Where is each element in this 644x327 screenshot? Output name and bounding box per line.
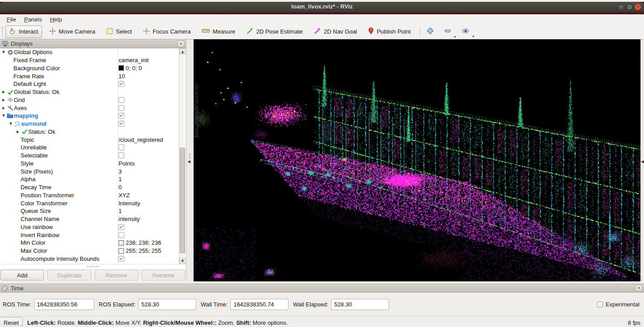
property-value[interactable]: 0 bbox=[119, 183, 122, 191]
tree-row-global-options[interactable]: ▼Global Options bbox=[0, 48, 186, 56]
displays-panel-header[interactable]: Displays ✕ bbox=[0, 39, 186, 48]
expander-closed-icon[interactable]: ▶ bbox=[1, 90, 6, 94]
tree-row-axes[interactable]: ▶Axes bbox=[0, 104, 186, 112]
field-input[interactable] bbox=[230, 299, 288, 310]
displays-close-button[interactable]: ✕ bbox=[178, 41, 184, 47]
menu-file[interactable]: File bbox=[3, 15, 20, 24]
maximize-button[interactable]: □ bbox=[626, 4, 633, 10]
property-value[interactable]: 0; 0; 0 bbox=[119, 64, 142, 72]
expander-closed-icon[interactable]: ▶ bbox=[1, 98, 6, 102]
tool-interact[interactable]: Interact bbox=[5, 25, 42, 38]
tool-measure[interactable]: Measure bbox=[198, 26, 239, 37]
property-value[interactable] bbox=[119, 152, 124, 160]
tree-row-global-status-ok[interactable]: ▶Global Status: Ok bbox=[0, 88, 186, 96]
tree-row-color-transformer[interactable]: Color TransformerIntensity bbox=[0, 199, 186, 207]
collapse-left-icon[interactable]: ◀ bbox=[187, 159, 191, 164]
tool-2d-nav-goal[interactable]: 2D Nav Goal bbox=[310, 25, 361, 38]
tree-row-position-transformer[interactable]: Position TransformerXYZ bbox=[0, 191, 186, 200]
property-value[interactable]: Intensity bbox=[119, 199, 140, 207]
titlebar[interactable]: loam_livox.rviz* - RViz ─ □ ✕ bbox=[0, 2, 644, 13]
tree-row-mapping[interactable]: ▼mapping✓ bbox=[0, 112, 186, 120]
pointcloud-canvas[interactable] bbox=[194, 39, 640, 281]
field-input[interactable] bbox=[138, 299, 196, 310]
checkbox-checked[interactable]: ✓ bbox=[119, 256, 124, 262]
expander-open-icon[interactable]: ▼ bbox=[1, 50, 6, 54]
right-splitter[interactable]: ◀ bbox=[640, 39, 644, 281]
color-swatch[interactable] bbox=[119, 248, 124, 254]
minus-tool-button[interactable]: ▾ bbox=[441, 25, 454, 38]
property-value[interactable]: ✓ bbox=[119, 80, 124, 88]
property-value[interactable]: Points bbox=[119, 160, 135, 168]
property-value[interactable]: 0 bbox=[119, 263, 122, 264]
tree-row-max-color[interactable]: Max Color255; 255; 255 bbox=[0, 247, 186, 255]
tree-row-alpha[interactable]: Alpha1 bbox=[0, 175, 186, 183]
tool-focus-camera[interactable]: Focus Camera bbox=[139, 25, 195, 38]
tree-row-surround[interactable]: ▼surround✓ bbox=[0, 120, 186, 128]
tree-row-unreliable[interactable]: Unreliable bbox=[0, 144, 186, 152]
property-value[interactable]: /cloud_registered bbox=[119, 136, 163, 144]
tree-row-selectable[interactable]: Selectable bbox=[0, 152, 186, 160]
tree-row-grid[interactable]: ▶Grid bbox=[0, 96, 186, 104]
field-input[interactable] bbox=[34, 299, 94, 310]
scrollbar-thumb[interactable] bbox=[180, 148, 185, 253]
expander-open-icon[interactable]: ▼ bbox=[1, 114, 6, 118]
toolbar-drag-handle[interactable] bbox=[2, 26, 4, 37]
expander-closed-icon[interactable]: ▶ bbox=[1, 106, 6, 110]
tree-row-use-rainbow[interactable]: Use rainbow✓ bbox=[0, 223, 186, 231]
color-swatch[interactable] bbox=[119, 240, 124, 246]
tool-select[interactable]: Select bbox=[102, 25, 136, 38]
minimize-button[interactable]: ─ bbox=[618, 4, 624, 10]
checkbox-checked[interactable]: ✓ bbox=[119, 81, 124, 87]
tool-move-camera[interactable]: Move Camera bbox=[45, 25, 99, 38]
color-swatch[interactable] bbox=[119, 65, 124, 71]
tree-row-size-pixels-[interactable]: Size (Pixels)3 bbox=[0, 167, 186, 175]
property-value[interactable]: 238; 238; 236 bbox=[119, 239, 161, 247]
property-value[interactable]: 1 bbox=[119, 207, 122, 215]
panel-resize-handle[interactable] bbox=[0, 264, 186, 269]
eye-tool-button[interactable]: ▾ bbox=[459, 26, 472, 37]
left-splitter[interactable]: ◀ bbox=[186, 39, 194, 281]
tree-row-topic[interactable]: Topic/cloud_registered bbox=[0, 136, 186, 144]
expand-right-icon[interactable]: ◀ bbox=[641, 159, 644, 164]
property-value[interactable]: intensity bbox=[119, 215, 140, 223]
scroll-up-icon[interactable]: ▲ bbox=[179, 48, 186, 55]
add-button[interactable]: Add bbox=[0, 270, 44, 280]
menu-help[interactable]: Help bbox=[46, 15, 66, 24]
tree-row-frame-rate[interactable]: Frame Rate10 bbox=[0, 72, 186, 80]
tree-row-decay-time[interactable]: Decay Time0 bbox=[0, 183, 186, 191]
property-value[interactable]: ✓ bbox=[119, 255, 124, 263]
reset-button[interactable]: Reset bbox=[0, 317, 23, 327]
property-value[interactable]: 10 bbox=[119, 72, 125, 80]
property-value[interactable] bbox=[119, 144, 124, 152]
3d-viewport[interactable] bbox=[194, 39, 640, 281]
property-value[interactable]: ✓ bbox=[119, 112, 124, 120]
property-value[interactable]: 1 bbox=[119, 175, 122, 183]
tree-row-default-light[interactable]: Default Light✓ bbox=[0, 80, 186, 88]
checkbox-unchecked[interactable] bbox=[119, 232, 124, 238]
tool-publish-point[interactable]: Publish Point bbox=[364, 25, 415, 38]
checkbox-unchecked[interactable] bbox=[119, 144, 124, 150]
scroll-down-icon[interactable]: ▼ bbox=[179, 258, 186, 264]
tree-row-background-color[interactable]: Background Color0; 0; 0 bbox=[0, 64, 186, 72]
tree-row-queue-size[interactable]: Queue Size1 bbox=[0, 207, 186, 215]
tree-row-min-intensity[interactable]: Min Intensity0 bbox=[0, 263, 186, 264]
dropdown-caret-icon[interactable]: ▾ bbox=[472, 34, 474, 38]
time-close-button[interactable]: ✕ bbox=[636, 285, 642, 291]
property-value[interactable]: XYZ bbox=[119, 191, 130, 200]
expander-open-icon[interactable]: ▼ bbox=[8, 122, 13, 126]
expander-closed-icon[interactable]: ▶ bbox=[15, 130, 21, 134]
tree-row-invert-rainbow[interactable]: Invert Rainbow bbox=[0, 231, 186, 239]
tree-row-status-ok[interactable]: ▶Status: Ok bbox=[0, 128, 186, 136]
checkbox-unchecked[interactable] bbox=[119, 153, 124, 158]
close-button[interactable]: ✕ bbox=[635, 4, 641, 10]
property-value[interactable]: ✓ bbox=[119, 223, 124, 231]
menu-panels[interactable]: Panels bbox=[20, 15, 46, 24]
property-value[interactable] bbox=[119, 104, 124, 112]
property-value[interactable] bbox=[119, 231, 124, 239]
tree-row-fixed-frame[interactable]: Fixed Framecamera_init bbox=[0, 56, 186, 64]
property-value[interactable] bbox=[119, 96, 124, 104]
checkbox-checked[interactable]: ✓ bbox=[119, 113, 124, 119]
plus-tool-button[interactable] bbox=[424, 25, 436, 38]
checkbox-unchecked[interactable] bbox=[597, 302, 603, 307]
checkbox-unchecked[interactable] bbox=[119, 97, 124, 103]
